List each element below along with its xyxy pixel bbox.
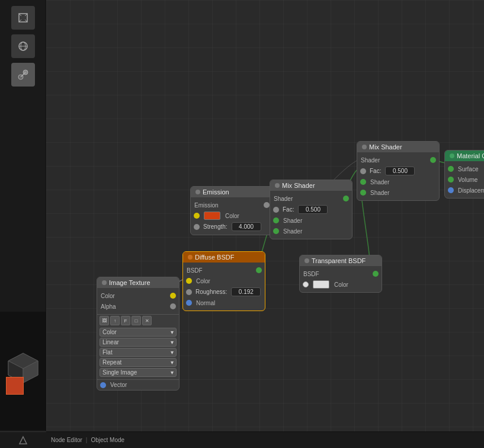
mix2-shader2-label: Shader xyxy=(370,190,435,196)
emission-strength-value[interactable]: 4.000 xyxy=(232,222,261,231)
mat-volume-row: Volume xyxy=(445,174,484,185)
emission-strength-label: Strength: xyxy=(203,223,227,230)
mix1-shader1-row: Shader xyxy=(270,215,352,226)
mix2-fac-label: Fac: xyxy=(370,168,381,174)
mat-displacement-label: Displacement xyxy=(458,187,484,194)
emission-color-socket[interactable] xyxy=(194,213,200,219)
prop-up-btn[interactable]: ↑ xyxy=(110,316,120,325)
repeat-select[interactable]: Repeat ▾ xyxy=(100,358,177,367)
prop-sq-btn[interactable]: □ xyxy=(132,316,141,325)
bottom-sep: | xyxy=(86,437,88,443)
mix1-fac-row: Fac: 0.500 xyxy=(270,204,352,215)
sidebar xyxy=(0,0,46,448)
mix1-shader-out-label: Shader xyxy=(274,196,341,202)
sidebar-icon-2[interactable] xyxy=(11,34,35,58)
mix2-fac-socket[interactable] xyxy=(360,168,366,174)
mat-displacement-socket[interactable] xyxy=(448,187,454,193)
diffuse-normal-socket[interactable] xyxy=(186,300,192,306)
emission-output-socket[interactable] xyxy=(264,202,270,208)
image-texture-title: Image Texture xyxy=(97,277,179,288)
transparent-color-row: Color xyxy=(300,279,382,290)
vector-input-socket[interactable] xyxy=(100,382,106,388)
emission-color-swatch[interactable] xyxy=(204,212,220,220)
emission-output-row: Emission xyxy=(191,200,273,210)
diffuse-bsdf-out-label: BSDF xyxy=(187,267,254,274)
prop-x-btn[interactable]: ✕ xyxy=(142,316,152,325)
linear-select[interactable]: Linear ▾ xyxy=(100,338,177,347)
mix1-fac-value[interactable]: 0.500 xyxy=(298,205,328,214)
alpha-output-socket[interactable] xyxy=(170,303,176,309)
mat-surface-row: Surface xyxy=(445,164,484,174)
mix1-shader1-socket[interactable] xyxy=(273,217,279,223)
prop-cart-btn[interactable]: 🖼 xyxy=(100,316,109,325)
linear-select-label: Linear xyxy=(102,339,119,345)
diffuse-bsdf-output-row: BSDF xyxy=(183,265,265,276)
image-texture-label: Image Texture xyxy=(109,279,150,286)
mix2-shader1-socket[interactable] xyxy=(360,179,366,185)
mix1-fac-socket[interactable] xyxy=(273,207,279,213)
mat-surface-socket[interactable] xyxy=(448,166,454,172)
repeat-select-label: Repeat xyxy=(102,359,121,366)
flat-select[interactable]: Flat ▾ xyxy=(100,348,177,357)
sidebar-icon-1[interactable] xyxy=(11,6,35,30)
mat-volume-socket[interactable] xyxy=(448,177,454,183)
single-image-select[interactable]: Single Image ▾ xyxy=(100,368,177,377)
mix-shader-2-body: Shader Fac: 0.500 Shader Shader xyxy=(357,152,439,200)
transparent-output-socket[interactable] xyxy=(373,271,379,277)
prop-f-btn[interactable]: F xyxy=(121,316,130,325)
mix1-shader2-label: Shader xyxy=(283,228,348,235)
mix1-shader-output-socket[interactable] xyxy=(343,196,349,201)
diffuse-normal-label: Normal xyxy=(196,300,261,306)
transparent-color-socket[interactable] xyxy=(303,281,309,287)
mix2-fac-value[interactable]: 0.500 xyxy=(385,167,415,175)
mix2-shader1-label: Shader xyxy=(370,179,435,185)
mix1-shader2-socket[interactable] xyxy=(273,228,279,234)
transparent-color-swatch[interactable] xyxy=(313,280,329,289)
emission-strength-socket[interactable] xyxy=(194,224,200,230)
color-output-socket[interactable] xyxy=(170,293,176,299)
transparent-bsdf-node: Transparent BSDF BSDF Color xyxy=(299,255,382,293)
mix2-shader-out-label: Shader xyxy=(361,157,428,164)
diffuse-bsdf-body: BSDF Color Roughness: 0.192 Normal xyxy=(183,263,265,311)
diffuse-roughness-socket[interactable] xyxy=(186,289,192,295)
diffuse-color-row: Color xyxy=(183,276,265,286)
mix2-fac-row: Fac: 0.500 xyxy=(357,165,439,177)
mix1-shader1-label: Shader xyxy=(283,217,348,224)
linear-select-arrow: ▾ xyxy=(171,339,174,345)
mat-surface-label: Surface xyxy=(458,166,484,172)
flat-select-arrow: ▾ xyxy=(171,349,174,356)
mix2-shader-output-socket[interactable] xyxy=(430,157,436,163)
repeat-select-arrow: ▾ xyxy=(171,359,174,366)
emission-body: Emission Color Strength: 4.000 xyxy=(191,197,273,235)
emission-title: Emission xyxy=(191,187,273,197)
image-texture-body: Color Alpha xyxy=(97,288,179,314)
mix2-shader-output-row: Shader xyxy=(357,155,439,165)
diffuse-roughness-row: Roughness: 0.192 xyxy=(183,286,265,297)
diffuse-bsdf-output-socket[interactable] xyxy=(256,267,262,273)
node-canvas[interactable]: Image Texture Color Alpha 🖼 ↑ F □ ✕ Colo… xyxy=(46,0,484,448)
mix-shader-1-node: Mix Shader Shader Fac: 0.500 Shader Shad… xyxy=(270,180,352,239)
single-image-arrow: ▾ xyxy=(171,369,174,376)
mix-shader-2-title: Mix Shader xyxy=(357,142,439,152)
transparent-output-row: BSDF xyxy=(300,268,382,279)
emission-node: Emission Emission Color Strength: 4.000 xyxy=(190,186,273,235)
color-select-label: Color xyxy=(102,329,117,335)
node-row-alpha-out: Alpha xyxy=(97,301,179,312)
diffuse-roughness-value[interactable]: 0.192 xyxy=(231,287,261,296)
vector-label: Vector xyxy=(110,382,175,388)
diffuse-color-socket[interactable] xyxy=(186,278,192,284)
diffuse-color-label: Color xyxy=(196,278,261,284)
mix2-shader2-socket[interactable] xyxy=(360,190,366,196)
transparent-bsdf-body: BSDF Color xyxy=(300,266,382,292)
sidebar-icon-3[interactable] xyxy=(11,63,35,87)
color-select[interactable]: Color ▾ xyxy=(100,328,177,337)
alpha-out-label: Alpha xyxy=(101,303,168,310)
sidebar-bottom xyxy=(0,431,46,448)
3d-object-preview xyxy=(6,377,24,395)
node-row-color-out: Color xyxy=(97,290,179,301)
mix1-shader-output-row: Shader xyxy=(270,193,352,204)
emission-color-row: Color xyxy=(191,210,273,221)
diffuse-normal-row: Normal xyxy=(183,297,265,308)
mix-shader-2-label: Mix Shader xyxy=(369,143,402,151)
mat-volume-label: Volume xyxy=(458,177,484,183)
